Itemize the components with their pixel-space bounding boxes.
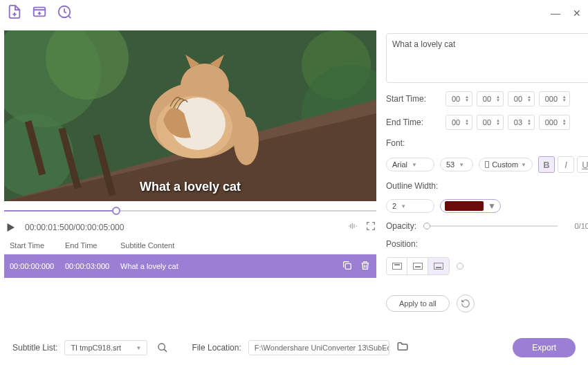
video-subtitle-overlay: What a lovely cat	[140, 180, 241, 194]
close-button[interactable]: ✕	[573, 8, 581, 19]
subtitle-table-header: Start Time End Time Subtitle Content	[4, 237, 376, 254]
clock-icon[interactable]	[57, 4, 72, 22]
font-color-select[interactable]: Custom▼	[479, 158, 533, 171]
end-mm[interactable]: 00▲▼	[477, 115, 504, 130]
right-panel: Start Time: 00▲▼ 00▲▼ 00▲▼ 000▲▼ End Tim…	[376, 26, 588, 330]
svg-rect-18	[345, 263, 351, 269]
titlebar-icons	[7, 4, 72, 22]
subtitle-list-select[interactable]: TI tmpC918.srt▼	[64, 340, 147, 355]
position-middle[interactable]	[407, 258, 428, 274]
position-label: Position:	[386, 239, 588, 249]
start-time-row: Start Time: 00▲▼ 00▲▼ 00▲▼ 000▲▼	[386, 91, 588, 106]
fullscreen-icon[interactable]	[365, 221, 376, 234]
apply-to-all-button[interactable]: Apply to all	[386, 295, 450, 312]
subtitle-row[interactable]: 00:00:00:000 00:00:03:000 What a lovely …	[4, 254, 376, 278]
apply-row: Apply to all	[386, 294, 588, 312]
reset-button[interactable]	[457, 294, 475, 312]
video-frame-illustration	[4, 30, 376, 201]
start-time-label: Start Time:	[386, 94, 440, 104]
titlebar: — ✕	[0, 0, 588, 26]
font-size-select[interactable]: 53▼	[440, 158, 473, 171]
file-location-value[interactable]: F:\Wondershare UniConverter 13\SubEdi	[248, 340, 389, 355]
row-content: What a lovely cat	[120, 262, 342, 270]
timeline-thumb[interactable]	[112, 207, 120, 215]
play-button[interactable]	[4, 221, 17, 234]
underline-button[interactable]: U	[577, 156, 588, 173]
start-mm[interactable]: 00▲▼	[477, 91, 504, 106]
header-content: Subtitle Content	[120, 241, 371, 250]
subtitle-list-label: Subtitle List:	[12, 343, 57, 353]
svg-point-17	[234, 117, 259, 165]
position-bottom[interactable]	[428, 258, 449, 274]
start-ms[interactable]: 000▲▼	[539, 91, 570, 106]
window-controls: — ✕	[551, 8, 581, 19]
playback-controls: 00:00:01:500/00:00:05:000	[4, 218, 376, 237]
subtitle-text-input[interactable]	[386, 33, 588, 83]
outline-label: Outline Width:	[386, 181, 588, 191]
font-label: Font:	[386, 138, 588, 148]
search-subtitle-button[interactable]	[154, 339, 171, 356]
header-start: Start Time	[10, 241, 65, 250]
outline-width-select[interactable]: 2▼	[386, 199, 434, 213]
open-folder-button[interactable]	[396, 340, 412, 355]
subtitle-table: Start Time End Time Subtitle Content 00:…	[4, 237, 376, 278]
opacity-row: Opacity: 0/100	[386, 221, 588, 231]
file-location-label: File Location:	[192, 343, 241, 353]
start-ss[interactable]: 00▲▼	[508, 91, 535, 106]
font-row: Arial▼ 53▼ Custom▼ B I U	[386, 156, 588, 173]
row-start: 00:00:00:000	[10, 262, 65, 270]
minimize-button[interactable]: —	[551, 8, 560, 19]
timeline[interactable]	[4, 205, 376, 216]
end-ss[interactable]: 03▲▼	[508, 115, 535, 130]
bold-button[interactable]: B	[538, 156, 555, 173]
position-custom[interactable]	[457, 263, 463, 270]
export-button[interactable]: Export	[513, 338, 576, 357]
delete-subtitle-icon[interactable]	[360, 260, 371, 272]
start-hh[interactable]: 00▲▼	[445, 91, 472, 106]
position-buttons	[386, 257, 450, 275]
svg-point-19	[158, 344, 165, 350]
font-family-select[interactable]: Arial▼	[386, 158, 434, 171]
header-end: End Time	[65, 241, 120, 250]
new-file-icon[interactable]	[7, 4, 22, 22]
opacity-value: 0/100	[564, 222, 588, 230]
end-time-row: End Time: 00▲▼ 00▲▼ 03▲▼ 000▲▼	[386, 115, 588, 130]
row-end: 00:00:03:000	[65, 262, 120, 270]
add-window-icon[interactable]	[32, 4, 47, 22]
end-hh[interactable]: 00▲▼	[445, 115, 472, 130]
video-preview[interactable]: What a lovely cat	[4, 30, 376, 201]
footer: Subtitle List: TI tmpC918.srt▼ File Loca…	[0, 330, 588, 365]
end-time-label: End Time:	[386, 118, 440, 127]
outline-row: 2▼ ▼	[386, 199, 588, 213]
opacity-label: Opacity:	[386, 221, 416, 231]
opacity-slider[interactable]	[423, 225, 558, 227]
opacity-thumb[interactable]	[423, 223, 430, 230]
main: What a lovely cat 00:00:01:500/00:00:05:…	[0, 26, 588, 330]
time-display: 00:00:01:500/00:00:05:000	[25, 223, 339, 232]
outline-color-select[interactable]: ▼	[440, 199, 501, 213]
position-top[interactable]	[387, 258, 407, 274]
end-ms[interactable]: 000▲▼	[539, 115, 570, 130]
copy-subtitle-icon[interactable]	[342, 260, 353, 272]
left-panel: What a lovely cat 00:00:01:500/00:00:05:…	[0, 26, 376, 330]
waveform-icon[interactable]	[347, 221, 358, 234]
italic-button[interactable]: I	[558, 156, 574, 173]
